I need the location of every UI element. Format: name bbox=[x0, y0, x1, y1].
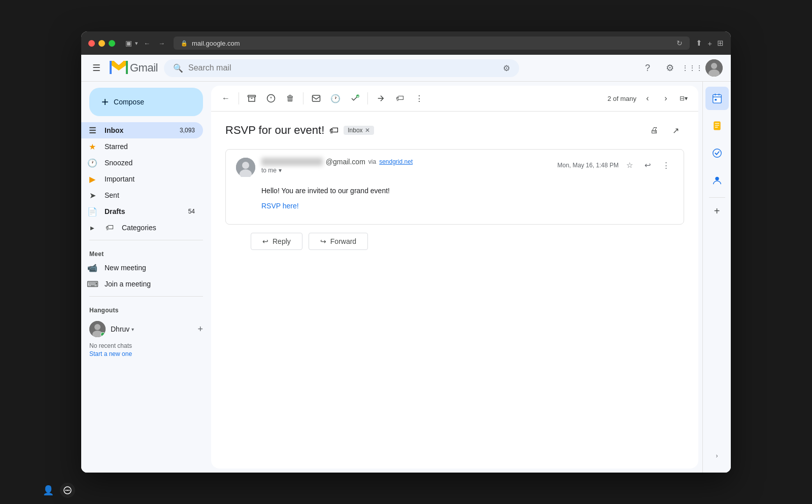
pagination-text: 2 of many bbox=[607, 95, 636, 102]
reply-quick-button[interactable]: ↩ bbox=[640, 158, 655, 173]
forward-button[interactable]: ↪ Forward bbox=[309, 233, 368, 250]
no-chats-text: No recent chats bbox=[89, 340, 203, 350]
label-button[interactable]: 🏷 bbox=[391, 90, 409, 107]
reply-label: Reply bbox=[273, 237, 291, 245]
expand-panel-button[interactable]: › bbox=[705, 444, 729, 467]
inbox-count: 3,093 bbox=[180, 127, 195, 134]
svg-rect-29 bbox=[713, 95, 721, 103]
svg-point-27 bbox=[242, 162, 249, 169]
keep-panel-button[interactable] bbox=[705, 114, 729, 137]
categories-icon: 🏷 bbox=[105, 223, 115, 233]
forward-icon: ↪ bbox=[320, 237, 326, 245]
subject-actions: 🖨 ↗ bbox=[646, 122, 684, 139]
sidebar-item-important[interactable]: ▶ Important bbox=[81, 171, 203, 187]
open-in-new-button[interactable]: ↗ bbox=[667, 122, 684, 139]
reply-icon: ↩ bbox=[262, 237, 268, 245]
gmail-body: + Compose ☰ Inbox 3,093 ★ Starred 🕐 Snoo… bbox=[81, 82, 731, 473]
sidebar-divider-2 bbox=[89, 296, 203, 297]
svg-rect-9 bbox=[126, 61, 128, 74]
sidebar-item-starred[interactable]: ★ Starred bbox=[81, 138, 203, 155]
minimize-button[interactable] bbox=[98, 40, 105, 47]
sidebar: + Compose ☰ Inbox 3,093 ★ Starred 🕐 Snoo… bbox=[81, 82, 211, 473]
recipient-line[interactable]: to me ▾ bbox=[261, 167, 557, 174]
back-to-list-button[interactable]: ← bbox=[217, 90, 234, 107]
done-button[interactable] bbox=[346, 90, 363, 107]
subject-label-icon: 🏷 bbox=[329, 125, 339, 136]
email-thread: RSVP for our event! 🏷 Inbox ✕ 🖨 ↗ bbox=[211, 112, 698, 469]
spam-button[interactable] bbox=[262, 90, 280, 107]
forward-button[interactable]: → bbox=[156, 38, 167, 49]
sender-email: sender@gmail.com bbox=[261, 158, 323, 166]
mark-unread-button[interactable] bbox=[308, 90, 325, 107]
share-icon[interactable]: ⬆ bbox=[696, 39, 702, 48]
contacts-panel-button[interactable] bbox=[705, 169, 729, 192]
sidebar-toggle-icon[interactable]: ▣ bbox=[125, 39, 132, 47]
email-message: sender@gmail.com @gmail.com via sendgrid… bbox=[225, 149, 684, 225]
sidebar-item-inbox[interactable]: ☰ Inbox 3,093 bbox=[81, 122, 203, 138]
calendar-panel-button[interactable] bbox=[705, 87, 729, 110]
maximize-button[interactable] bbox=[109, 40, 115, 47]
move-to-button[interactable] bbox=[372, 90, 389, 107]
prev-email-button[interactable]: ‹ bbox=[640, 91, 655, 105]
sender-email-visible: @gmail.com bbox=[326, 158, 365, 166]
next-email-button[interactable]: › bbox=[659, 91, 673, 105]
reload-button[interactable]: ↻ bbox=[676, 39, 683, 47]
rsvp-link-wrapper: RSVP here! bbox=[261, 200, 673, 211]
url-text: mail.google.com bbox=[192, 40, 240, 47]
browser-chrome: ▣ ▾ ← → 🔒 mail.google.com ↻ ⬆ + ⊞ bbox=[81, 31, 731, 55]
sidebar-item-sent[interactable]: ➤ Sent bbox=[81, 187, 203, 203]
sidebar-item-new-meeting[interactable]: 📹 New meeting bbox=[81, 260, 203, 276]
star-button[interactable]: ☆ bbox=[622, 158, 637, 173]
apps-button[interactable]: ⋮⋮⋮ bbox=[683, 59, 701, 77]
avatar[interactable] bbox=[705, 59, 723, 77]
view-options-button[interactable]: ⊟▾ bbox=[675, 90, 692, 107]
hangouts-user-item[interactable]: Dhruv ▾ + bbox=[89, 318, 203, 340]
inbox-badge-close[interactable]: ✕ bbox=[365, 127, 370, 134]
sent-icon: ➤ bbox=[87, 190, 97, 200]
search-bar[interactable]: 🔍 ⚙ bbox=[164, 59, 519, 77]
archive-button[interactable] bbox=[243, 90, 260, 107]
new-tab-icon[interactable]: + bbox=[707, 39, 712, 48]
address-bar[interactable]: 🔒 mail.google.com ↻ bbox=[174, 37, 690, 50]
message-more-button[interactable]: ⋮ bbox=[658, 158, 673, 173]
delete-button[interactable]: 🗑 bbox=[282, 90, 299, 107]
chevron-down-icon[interactable]: ▾ bbox=[135, 40, 138, 47]
svg-point-33 bbox=[715, 177, 719, 181]
tune-icon[interactable]: ⚙ bbox=[503, 63, 510, 73]
message-body: Hello! You are invited to our grand even… bbox=[236, 185, 673, 212]
menu-button[interactable]: ☰ bbox=[89, 59, 104, 77]
sidebar-item-drafts[interactable]: 📄 Drafts 54 bbox=[81, 203, 203, 220]
hangouts-section-title: Hangouts bbox=[81, 301, 211, 316]
sidebar-item-categories[interactable]: ▶ 🏷 Categories bbox=[81, 220, 203, 236]
sidebar-divider bbox=[89, 240, 203, 240]
reply-button[interactable]: ↩ Reply bbox=[251, 233, 302, 250]
hangouts-add-button[interactable]: + bbox=[197, 324, 203, 335]
snoozed-icon: 🕐 bbox=[87, 158, 97, 168]
gmail-header: ☰ bbox=[81, 55, 731, 82]
add-panel-button[interactable]: + bbox=[708, 202, 726, 220]
sent-label: Sent bbox=[105, 191, 195, 199]
new-meeting-label: New meeting bbox=[105, 264, 195, 272]
start-new-chat-link[interactable]: Start a new one bbox=[89, 350, 203, 357]
close-button[interactable] bbox=[88, 40, 95, 47]
compose-button[interactable]: + Compose bbox=[89, 88, 203, 116]
sender-info: sender@gmail.com @gmail.com via sendgrid… bbox=[261, 158, 557, 166]
tasks-panel-button[interactable] bbox=[705, 141, 729, 165]
lock-icon: 🔒 bbox=[181, 40, 188, 47]
search-input[interactable] bbox=[188, 63, 498, 73]
gmail-logo[interactable]: Gmail bbox=[110, 61, 158, 75]
settings-button[interactable]: ⚙ bbox=[661, 59, 679, 77]
rsvp-link[interactable]: RSVP here! bbox=[261, 202, 299, 210]
back-button[interactable]: ← bbox=[141, 38, 153, 49]
sidebar-item-join-meeting[interactable]: ⌨ Join a meeting bbox=[81, 276, 203, 292]
help-button[interactable]: ? bbox=[638, 59, 657, 77]
tab-grid-icon[interactable]: ⊞ bbox=[717, 39, 724, 48]
toolbar-separator-2 bbox=[303, 92, 303, 104]
more-options-button[interactable]: ⋮ bbox=[411, 90, 428, 107]
svg-rect-20 bbox=[248, 95, 256, 97]
important-icon: ▶ bbox=[87, 174, 97, 184]
sidebar-item-snoozed[interactable]: 🕐 Snoozed bbox=[81, 155, 203, 171]
snooze-button[interactable]: 🕐 bbox=[327, 90, 344, 107]
print-button[interactable]: 🖨 bbox=[646, 122, 663, 139]
toolbar-separator-1 bbox=[239, 92, 239, 104]
